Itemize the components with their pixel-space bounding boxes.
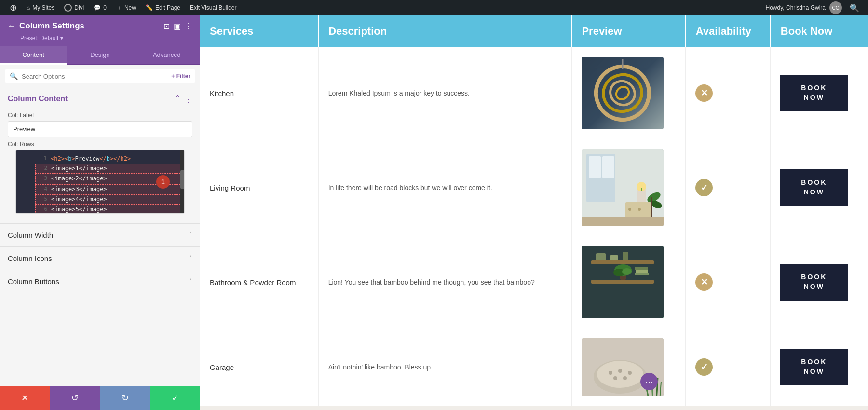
code-line-2: 2 <image>1</image> xyxy=(35,164,180,174)
svg-rect-29 xyxy=(635,273,649,275)
svg-point-38 xyxy=(613,376,617,380)
book-now-button[interactable]: BOOKNOW xyxy=(780,264,848,300)
kitchen-image xyxy=(582,57,664,129)
cell-preview-living xyxy=(571,139,685,236)
confirm-button[interactable]: ✓ xyxy=(150,386,200,410)
preset-label[interactable]: Preset: Default ▾ xyxy=(0,35,200,46)
panel-layout-icon[interactable]: ▣ xyxy=(174,22,181,31)
col-rows-field-label: Col: Rows xyxy=(8,141,192,148)
col-rows-group: Col: Rows 1 <h2><b>Preview</b></h2> 2 xyxy=(0,141,200,223)
bottom-bar: ✕ ↺ ↻ ✓ xyxy=(0,386,200,410)
svg-point-0 xyxy=(589,59,656,127)
panel-content: 🔍 + Filter Column Content ˄ ⋮ Col: Label… xyxy=(0,65,200,386)
search-bar: 🔍 + Filter xyxy=(5,69,195,83)
user-greeting: Howdy, Christina Gwira CG 🔍 xyxy=(766,1,863,14)
pencil-icon: ✏️ xyxy=(146,4,153,11)
availability-x-icon: ✕ xyxy=(695,84,713,102)
main-layout: ← Column Settings ⊡ ▣ ⋮ Preset: Default … xyxy=(0,15,868,410)
divi-icon xyxy=(64,4,72,12)
new-button[interactable]: ＋ New xyxy=(111,0,141,15)
bathroom-image xyxy=(582,246,664,318)
svg-point-39 xyxy=(623,376,627,380)
table-row: Bathroom & Powder Room Lion! You see tha… xyxy=(200,236,868,328)
undo-button[interactable]: ↺ xyxy=(50,386,100,410)
cell-desc-kitchen: Lorem Khaled Ipsum is a major key to suc… xyxy=(318,47,571,139)
bathroom-svg xyxy=(582,246,664,318)
panel-more-icon[interactable]: ⋮ xyxy=(185,22,192,31)
divi-button[interactable]: Divi xyxy=(59,0,89,15)
svg-rect-7 xyxy=(589,156,601,178)
col-label-input[interactable] xyxy=(8,121,192,137)
availability-x-icon: ✕ xyxy=(695,273,713,291)
code-line-1: 1 <h2><b>Preview</b></h2> xyxy=(35,154,180,164)
cell-desc-bath: Lion! You see that bamboo behind me thou… xyxy=(318,236,571,328)
book-now-button[interactable]: BOOKNOW xyxy=(780,169,848,205)
svg-rect-20 xyxy=(591,260,654,264)
tab-design[interactable]: Design xyxy=(67,46,133,65)
my-sites-button[interactable]: ⌂ My Sites xyxy=(22,0,59,15)
column-content-section-header: Column Content ˄ ⋮ xyxy=(0,88,200,108)
living-image xyxy=(582,149,664,226)
tab-content[interactable]: Content xyxy=(0,46,67,65)
wordpress-icon: ⊕ xyxy=(10,2,17,13)
more-options-button[interactable]: ⋯ xyxy=(640,373,658,390)
column-icons-header[interactable]: Column Icons ˅ xyxy=(0,247,200,270)
cell-book-bath: BOOKNOW xyxy=(771,236,868,328)
cell-avail-living: ✓ xyxy=(686,139,771,236)
edit-page-button[interactable]: ✏️ Edit Page xyxy=(141,0,185,15)
back-icon[interactable]: ← xyxy=(8,22,15,30)
cell-book-kitchen: BOOKNOW xyxy=(771,47,868,139)
svg-point-34 xyxy=(597,361,643,388)
book-now-button[interactable]: BOOKNOW xyxy=(780,349,848,385)
home-icon: ⌂ xyxy=(27,4,30,11)
redo-button[interactable]: ↻ xyxy=(100,386,150,410)
table-header-row: Services Description Preview Availabilit… xyxy=(200,15,868,47)
section-collapse-icon[interactable]: ˄ xyxy=(176,94,180,104)
svg-rect-22 xyxy=(596,253,606,260)
cell-preview-garage: ⋯ xyxy=(571,328,685,406)
column-content-title: Column Content xyxy=(8,95,68,103)
comments-button[interactable]: 💬 0 xyxy=(89,0,111,15)
svg-rect-23 xyxy=(610,255,618,260)
panel-header: ← Column Settings ⊡ ▣ ⋮ xyxy=(0,15,200,35)
column-width-section: Column Width ˅ xyxy=(0,223,200,246)
panel-fullscreen-icon[interactable]: ⊡ xyxy=(163,22,170,31)
th-preview: Preview xyxy=(571,15,685,47)
comment-icon: 💬 xyxy=(94,4,101,11)
table-row: Living Room In life there will be road b… xyxy=(200,139,868,236)
th-availability: Availability xyxy=(686,15,771,47)
search-options-input[interactable] xyxy=(22,73,167,80)
wp-logo-button[interactable]: ⊕ xyxy=(5,0,22,15)
th-services: Services xyxy=(200,15,318,47)
code-scrollbar[interactable] xyxy=(180,150,184,213)
cell-avail-bath: ✕ xyxy=(686,236,771,328)
svg-point-1 xyxy=(599,70,646,116)
cell-desc-living: In life there will be road blocks but we… xyxy=(318,139,571,236)
search-icon[interactable]: 🔍 xyxy=(846,3,863,13)
col-label-field-label: Col: Label xyxy=(8,112,192,119)
exit-visual-builder-button[interactable]: Exit Visual Builder xyxy=(185,0,242,15)
cell-avail-kitchen: ✕ xyxy=(686,47,771,139)
column-buttons-title: Column Buttons xyxy=(8,277,59,286)
tab-advanced[interactable]: Advanced xyxy=(134,46,200,65)
column-width-header[interactable]: Column Width ˅ xyxy=(0,224,200,246)
column-buttons-header[interactable]: Column Buttons ˅ xyxy=(0,270,200,293)
panel-title: Column Settings xyxy=(19,21,160,31)
cancel-button[interactable]: ✕ xyxy=(0,386,50,410)
book-now-button[interactable]: BOOKNOW xyxy=(780,75,848,111)
svg-point-2 xyxy=(606,76,639,109)
cell-preview-bath xyxy=(571,236,685,328)
cell-preview-kitchen xyxy=(571,47,685,139)
section-options-icon[interactable]: ⋮ xyxy=(184,94,192,104)
code-scrollbar-thumb xyxy=(180,170,184,189)
svg-rect-24 xyxy=(623,252,628,260)
column-buttons-chevron: ˅ xyxy=(189,277,192,286)
services-table: Services Description Preview Availabilit… xyxy=(200,15,868,406)
cancel-icon: ✕ xyxy=(21,393,28,403)
table-row: Kitchen Lorem Khaled Ipsum is a major ke… xyxy=(200,47,868,139)
wp-admin-bar: ⊕ ⌂ My Sites Divi 💬 0 ＋ New ✏️ Edit Page… xyxy=(0,0,868,15)
cell-avail-garage: ✓ xyxy=(686,328,771,406)
col-label-group: Col: Label xyxy=(0,108,200,141)
filter-button[interactable]: + Filter xyxy=(171,73,190,80)
column-icons-chevron: ˅ xyxy=(189,254,192,263)
